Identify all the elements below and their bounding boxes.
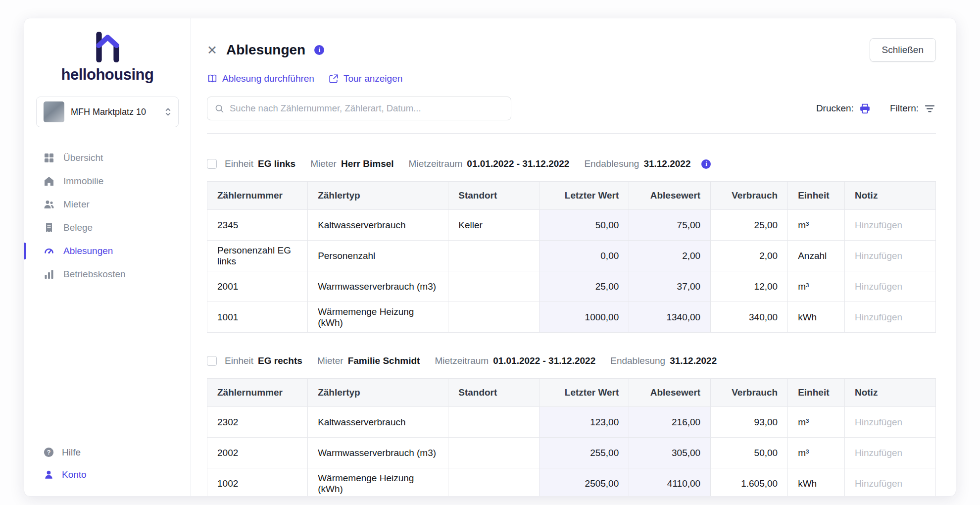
cell-zaehlernummer: 1002 (207, 468, 308, 497)
cell-zaehlertyp: Warmwasserverbrauch (m3) (308, 271, 448, 302)
cell-einheit: m³ (788, 407, 845, 438)
einheit-value: EG rechts (258, 355, 302, 366)
cell-standort (448, 271, 539, 302)
col-header-ablesewert: Ablesewert (629, 379, 711, 407)
einheit-label: Einheit (225, 355, 253, 366)
printer-icon[interactable] (859, 102, 871, 115)
close-icon[interactable]: ✕ (207, 44, 217, 56)
cell-zaehlertyp: Warmwasserverbrauch (m3) (308, 438, 448, 468)
endablesung-value: 31.12.2022 (643, 158, 690, 169)
show-tour-link[interactable]: Tour anzeigen (328, 73, 402, 84)
add-note-button[interactable]: Hinzufügen (844, 241, 935, 271)
add-note-button[interactable]: Hinzufügen (844, 468, 935, 497)
cell-zaehlernummer: 2001 (207, 271, 308, 302)
show-tour-label: Tour anzeigen (343, 73, 402, 84)
cell-ablesewert[interactable]: 37,00 (629, 271, 711, 302)
cell-standort (448, 302, 539, 333)
cell-letzter-wert[interactable]: 25,00 (539, 271, 629, 302)
cell-letzter-wert[interactable]: 0,00 (539, 241, 629, 271)
add-note-button[interactable]: Hinzufügen (844, 302, 935, 333)
mietzeitraum-label: Mietzeitraum (435, 355, 489, 366)
add-note-button[interactable]: Hinzufügen (844, 407, 935, 438)
add-note-button[interactable]: Hinzufügen (844, 210, 935, 241)
cell-letzter-wert[interactable]: 50,00 (539, 210, 629, 241)
endablesung-label: Endablesung (610, 355, 665, 366)
col-header-einheit: Einheit (788, 182, 845, 210)
sidebar-item-label: Mieter (63, 199, 90, 210)
table-row: Personenzahl EG links Personenzahl 0,00 … (207, 241, 936, 271)
cell-verbrauch: 50,00 (711, 438, 788, 468)
help-icon: ? (43, 447, 54, 458)
property-selector[interactable]: MFH Marktplatz 10 (36, 97, 179, 127)
cell-zaehlernummer: 2002 (207, 438, 308, 468)
cell-ablesewert[interactable]: 305,00 (629, 438, 711, 468)
close-button[interactable]: Schließen (870, 38, 936, 62)
sidebar-item-uebersicht[interactable]: Übersicht (24, 146, 191, 169)
page-title: Ablesungen (226, 42, 305, 58)
mietzeitraum-label: Mietzeitraum (409, 158, 463, 169)
cell-letzter-wert[interactable]: 123,00 (539, 407, 629, 438)
user-icon (43, 469, 54, 480)
sidebar-item-label: Betriebskosten (63, 269, 126, 280)
page-header: ✕ Ablesungen Schließen (207, 38, 936, 62)
sidebar-item-label: Immobilie (63, 176, 103, 187)
cell-letzter-wert[interactable]: 255,00 (539, 438, 629, 468)
mieter-label: Mieter (310, 158, 337, 169)
costs-icon (43, 268, 55, 280)
cell-ablesewert[interactable]: 2,00 (629, 241, 711, 271)
title-info-icon[interactable] (314, 45, 324, 55)
help-link[interactable]: ? Hilfe (43, 447, 191, 458)
sidebar-item-label: Übersicht (63, 152, 103, 163)
tenants-icon (43, 199, 55, 210)
add-note-button[interactable]: Hinzufügen (844, 438, 935, 468)
cell-ablesewert[interactable]: 216,00 (629, 407, 711, 438)
search-input[interactable] (230, 103, 504, 114)
toolbar-divider (207, 133, 936, 134)
sidebar-item-ablesungen[interactable]: Ablesungen (24, 239, 191, 262)
perform-reading-link[interactable]: Ablesung durchführen (207, 73, 314, 84)
table-row: 2302 Kaltwasserverbrauch 123,00 216,00 9… (207, 407, 936, 438)
cell-zaehlertyp: Kaltwasserverbrauch (308, 210, 448, 241)
sidebar-footer: ? Hilfe Konto (24, 447, 191, 496)
cell-zaehlernummer: Personenzahl EG links (207, 241, 308, 271)
cell-zaehlertyp: Wärmemenge Heizung (kWh) (308, 302, 448, 333)
cell-zaehlertyp: Kaltwasserverbrauch (308, 407, 448, 438)
search-box (207, 97, 511, 120)
col-header-standort: Standort (448, 182, 539, 210)
unit-checkbox[interactable] (207, 159, 217, 169)
col-header-zaehlertyp: Zählertyp (308, 379, 448, 407)
sidebar-item-belege[interactable]: Belege (24, 216, 191, 239)
cell-ablesewert[interactable]: 4110,00 (629, 468, 711, 497)
unit-checkbox[interactable] (207, 356, 217, 366)
einheit-label: Einheit (225, 158, 253, 169)
cell-einheit: kWh (788, 468, 845, 497)
col-header-einheit: Einheit (788, 379, 845, 407)
cell-zaehlernummer: 2302 (207, 407, 308, 438)
table-row: 1002 Wärmemenge Heizung (kWh) 2505,00 41… (207, 468, 936, 497)
col-header-zaehlernummer: Zählernummer (207, 379, 308, 407)
cell-ablesewert[interactable]: 75,00 (629, 210, 711, 241)
col-header-zaehlertyp: Zählertyp (308, 182, 448, 210)
add-note-button[interactable]: Hinzufügen (844, 271, 935, 302)
cell-verbrauch: 93,00 (711, 407, 788, 438)
readings-table-eg-links: Zählernummer Zählertyp Standort Letzter … (207, 181, 936, 333)
account-link[interactable]: Konto (43, 469, 191, 480)
einheit-value: EG links (258, 158, 295, 169)
sidebar-item-label: Ablesungen (63, 246, 113, 256)
cell-letzter-wert[interactable]: 2505,00 (539, 468, 629, 497)
cell-letzter-wert[interactable]: 1000,00 (539, 302, 629, 333)
receipt-icon (43, 222, 55, 234)
filter-icon[interactable] (924, 102, 936, 115)
cell-einheit: m³ (788, 438, 845, 468)
cell-ablesewert[interactable]: 1340,00 (629, 302, 711, 333)
sidebar-item-betriebskosten[interactable]: Betriebskosten (24, 262, 191, 286)
perform-reading-label: Ablesung durchführen (222, 73, 314, 84)
brand-block: hellohousing (24, 30, 191, 84)
endablesung-info-icon[interactable] (701, 159, 711, 169)
sidebar-item-mieter[interactable]: Mieter (24, 193, 191, 216)
chevron-updown-icon (165, 106, 171, 117)
sidebar-item-immobilie[interactable]: Immobilie (24, 169, 191, 193)
cell-verbrauch: 340,00 (711, 302, 788, 333)
cell-verbrauch: 2,00 (711, 241, 788, 271)
print-label: Drucken: (816, 103, 854, 114)
